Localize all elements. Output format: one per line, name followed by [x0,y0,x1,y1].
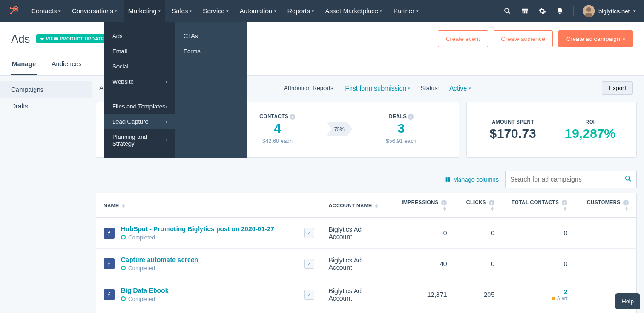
nav-item-reports[interactable]: Reports▾ [283,0,319,22]
attribution-label: Attribution Reports: [284,85,335,91]
sort-icon[interactable]: ▲▼ [563,206,567,211]
clicks-cell: 0 [454,249,501,279]
col-impressions[interactable]: IMPRESSIONS i ▲▼ [390,193,454,218]
row-toggle[interactable]: ✓ [304,259,314,269]
sort-icon[interactable]: ▲▼ [490,206,494,211]
account-menu[interactable]: biglytics.net ▾ [583,5,636,17]
tab-manage[interactable]: Manage [11,56,37,75]
col-total-contacts[interactable]: TOTAL CONTACTS i ▲▼ [502,193,575,218]
menu-item-files-and-templates[interactable]: Files and Templates› [104,99,175,114]
menu-item-lead-capture[interactable]: Lead Capture› [104,114,175,129]
marketplace-icon[interactable] [521,7,529,15]
col-name[interactable]: NAME ▲▼ [96,193,322,218]
create-event-button[interactable]: Create event [438,30,488,47]
info-icon[interactable]: i [408,114,414,120]
status-filter[interactable]: Active ▾ [449,85,471,92]
nav-item-contacts[interactable]: Contacts▾ [27,0,65,22]
svg-rect-10 [524,11,526,13]
nav-item-conversations[interactable]: Conversations▾ [67,0,122,22]
columns-icon [445,176,451,182]
chevron-right-icon: › [166,120,167,124]
search-campaigns-input[interactable] [505,171,637,188]
campaign-status: Completed [128,265,155,272]
manage-columns-link[interactable]: Manage columns [445,176,499,183]
chevron-down-icon: ▾ [416,9,419,13]
campaign-name-link[interactable]: HubSpot - Promoting Biglytics post on 20… [121,225,274,233]
svg-rect-11 [526,11,528,13]
contacts-link[interactable]: 2 [564,288,568,296]
row-toggle[interactable]: ✓ [304,228,314,238]
campaign-name-link[interactable]: Big Data Ebook [121,287,168,294]
facebook-icon: f [104,258,115,269]
menu-item-ctas[interactable]: CTAs [175,28,247,44]
account-name-cell: Biglytics Ad Account [322,249,390,279]
impressions-cell: 0 [390,218,454,249]
avatar [583,5,595,17]
sort-icon[interactable]: ▲▼ [374,204,379,208]
roi-label: ROI [552,119,629,125]
status-dot-icon [121,235,126,239]
alert-dot-icon [552,297,555,300]
campaign-name-link[interactable]: Capture automate screen [121,256,198,263]
funnel-arrow: 75% [327,122,352,136]
campaigns-table: NAME ▲▼ACCOUNT NAME ▲▼IMPRESSIONS i ▲▼CL… [96,193,637,313]
contacts-label: CONTACTS [259,114,288,119]
status-dot-icon [121,296,126,301]
attribution-filter[interactable]: First form submission ▾ [345,85,410,92]
nav-item-partner[interactable]: Partner▾ [389,0,423,22]
export-button[interactable]: Export [602,81,633,95]
chevron-down-icon: ▾ [623,37,625,41]
facebook-icon: f [104,289,115,300]
svg-rect-17 [449,177,450,182]
col-customers[interactable]: CUSTOMERS i ▲▼ [575,193,636,218]
sort-icon[interactable]: ▲▼ [443,206,447,211]
col-account-name[interactable]: ACCOUNT NAME ▲▼ [322,193,390,218]
col-clicks[interactable]: CLICKS i ▲▼ [454,193,501,218]
menu-item-ads[interactable]: Ads [104,28,175,44]
view-updates-badge[interactable]: ★ VIEW PRODUCT UPDATES [36,34,111,43]
create-ad-campaign-button[interactable]: Create ad campaign▾ [558,30,633,47]
create-audience-button[interactable]: Create audience [494,30,553,47]
contacts-cell: 2 [502,310,575,313]
campaign-status: Completed [128,296,155,302]
menu-item-forms[interactable]: Forms [175,44,247,59]
sidebar: CampaignsDrafts [0,76,92,313]
sort-icon[interactable]: ▲▼ [625,206,629,211]
nav-item-automation[interactable]: Automation▾ [235,0,281,22]
nav-item-marketing[interactable]: Marketing▾ [124,0,165,22]
chevron-right-icon: › [166,80,167,84]
search-icon [625,175,632,184]
sort-icon[interactable]: ▲▼ [121,204,126,208]
menu-item-planning-and-strategy[interactable]: Planning and Strategy› [104,129,175,151]
sidebar-item-campaigns[interactable]: Campaigns [0,81,92,98]
menu-item-social[interactable]: Social [104,59,175,74]
row-toggle[interactable]: ✓ [304,290,314,300]
nav-item-asset-marketplace[interactable]: Asset Marketplace▾ [321,0,387,22]
tab-audiences[interactable]: Audiences [51,56,82,75]
metrics-summary-card: AMOUNT SPENT $170.73 ROI 19,287% [466,102,637,158]
help-button[interactable]: Help [615,293,640,309]
table-row: fBig Data EbookCompleted✓Biglytics Ad Ac… [96,279,637,310]
menu-item-website[interactable]: Website› [104,74,175,89]
notifications-bell-icon[interactable] [556,7,564,15]
customers-cell [575,310,636,313]
nav-item-sales[interactable]: Sales▾ [167,0,196,22]
table-row: inDefault Campaign GroupActive✓Biglytics… [96,310,637,313]
chevron-right-icon: › [166,104,167,109]
table-row: fCapture automate screenCompleted✓Biglyt… [96,249,637,279]
status-label: Status: [420,85,439,91]
search-icon[interactable] [503,7,512,15]
svg-point-6 [505,8,509,12]
info-icon[interactable]: i [290,114,295,120]
sidebar-item-drafts[interactable]: Drafts [0,98,92,114]
account-name-cell: Biglytics Ad Account [322,218,390,249]
settings-gear-icon[interactable] [538,7,546,15]
deals-label: DEALS [389,114,407,119]
spent-value: $170.73 [474,126,552,141]
nav-item-service[interactable]: Service▾ [198,0,233,22]
hubspot-logo[interactable] [8,6,18,16]
account-name: biglytics.net [598,8,630,15]
spent-label: AMOUNT SPENT [474,119,552,125]
svg-point-13 [586,7,591,12]
menu-item-email[interactable]: Email [104,44,175,59]
